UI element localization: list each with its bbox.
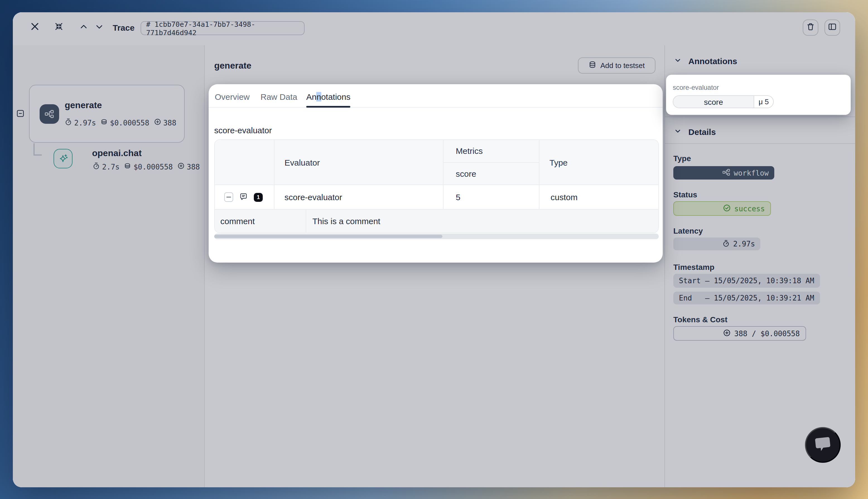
cell-evaluator: score-evaluator (274, 185, 443, 209)
horizontal-scrollbar-track[interactable] (214, 234, 659, 239)
score-evaluator-annotation-card: score-evaluator score μ 5 (666, 75, 851, 115)
cell-type: custom (539, 185, 658, 209)
tab-overview[interactable]: Overview (215, 92, 250, 101)
annotations-tab-card: Overview Raw Data Annotations score-eval… (209, 84, 663, 263)
header-cell-actions (215, 140, 274, 184)
annotations-table: Evaluator Metrics score Type (214, 139, 659, 233)
app-background: Trace # 1cbb70e7-34a1-7bb7-3498-771b7d46… (0, 0, 868, 499)
metric-name: score (444, 162, 539, 184)
header-cell-type: Type (539, 140, 658, 184)
trace-modal: Trace # 1cbb70e7-34a1-7bb7-3498-771b7d46… (13, 12, 855, 487)
row-actions-cell: 1 (215, 185, 274, 209)
tabs-divider (209, 107, 663, 108)
score-metric-input[interactable]: score (673, 96, 754, 108)
table-header: Evaluator Metrics score Type (215, 140, 658, 185)
score-metric-control: score μ 5 (673, 95, 774, 108)
text-selection-highlight: n (316, 92, 321, 101)
tab-annotations[interactable]: Annotations (306, 92, 351, 101)
header-cell-metrics: Metrics score (443, 140, 539, 184)
minus-icon (227, 196, 231, 197)
tab-raw-data[interactable]: Raw Data (261, 92, 297, 101)
horizontal-scrollbar-thumb[interactable] (214, 235, 442, 238)
header-cell-evaluator: Evaluator (274, 140, 443, 184)
cell-score: 5 (443, 185, 539, 209)
comment-key-cell: comment (215, 210, 306, 232)
collapse-row-button[interactable] (224, 192, 233, 202)
evaluator-section-heading: score-evaluator (214, 125, 272, 135)
comment-value-cell: This is a comment (306, 210, 658, 232)
score-mean-badge: μ 5 (754, 96, 773, 108)
comment-bubble-icon[interactable] (239, 192, 248, 202)
annotation-evaluator-name: score-evaluator (673, 84, 719, 92)
active-tab-underline (306, 106, 350, 108)
table-row[interactable]: 1 score-evaluator 5 custom (215, 185, 658, 210)
comment-expanded-row: comment This is a comment (215, 210, 658, 232)
metrics-label: Metrics (444, 140, 539, 162)
comment-count-badge: 1 (254, 193, 263, 202)
